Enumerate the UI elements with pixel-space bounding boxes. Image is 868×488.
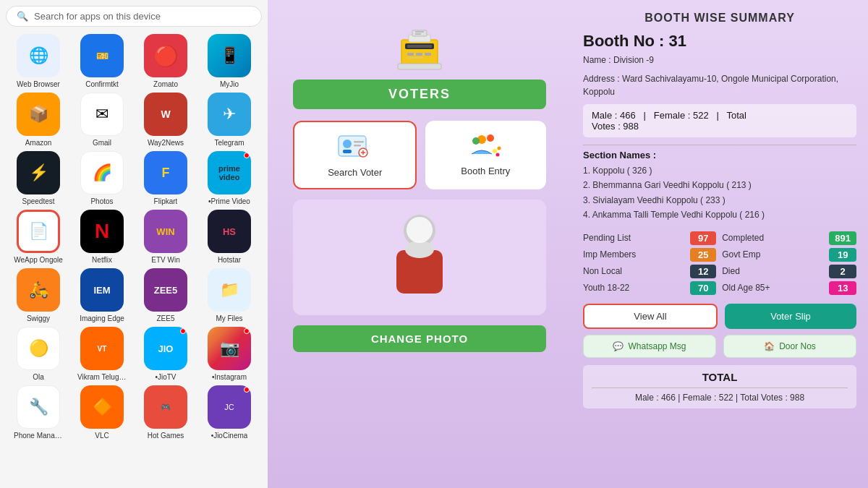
- total-stats: Male : 466 | Female : 522 | Total Votes …: [592, 393, 848, 403]
- whatsapp-button[interactable]: 💬 Whatsapp Msg: [583, 335, 716, 358]
- app-icon-myjio: 📱: [208, 34, 251, 77]
- door-nos-button[interactable]: 🏠 Door Nos: [723, 335, 856, 358]
- left-panel: 🔍 Search for apps on this device 🌐Web Br…: [0, 0, 268, 488]
- app-icon-swiggy: 🛵: [17, 268, 60, 312]
- app-item-telegram[interactable]: ✈Telegram: [200, 93, 259, 147]
- app-item-swiggy[interactable]: 🛵Swiggy: [9, 268, 68, 322]
- app-item-photos[interactable]: 🌈Photos: [72, 151, 132, 205]
- app-label-speedtest: Speedtest: [22, 197, 54, 205]
- app-label-photos: Photos: [90, 197, 113, 205]
- svg-rect-6: [416, 53, 422, 56]
- app-item-zomato[interactable]: 🔴Zomato: [136, 34, 195, 88]
- app-item-confirmtkt[interactable]: 🎫Confirmtkt: [72, 34, 132, 88]
- app-label-jiotv: •JioTV: [155, 373, 176, 381]
- stat-badge: 13: [829, 281, 856, 295]
- app-item-vlc[interactable]: 🔶VLC: [72, 385, 132, 440]
- app-icon-netflix: N: [80, 210, 124, 253]
- app-item-web-browser[interactable]: 🌐Web Browser: [9, 34, 68, 88]
- stat-label: Non Local: [583, 266, 684, 276]
- app-grid: 🌐Web Browser🎫Confirmtkt🔴Zomato📱MyJio📦Ama…: [6, 34, 262, 440]
- stats-grid: Pending List97Completed891Imp Members25G…: [583, 231, 856, 295]
- app-item-etv-win[interactable]: WINETV Win: [136, 210, 195, 264]
- whatsapp-icon: 💬: [613, 341, 624, 351]
- search-voter-label: Search Voter: [328, 167, 382, 178]
- stat-badge: 97: [690, 231, 716, 245]
- app-item-way2news[interactable]: WWay2News: [136, 93, 195, 147]
- voters-button[interactable]: VOTERS: [293, 80, 545, 109]
- stat-label: Imp Members: [583, 249, 684, 260]
- stat-badge: 19: [829, 248, 856, 262]
- badge-jiotv: [180, 328, 186, 334]
- booth-name: Name : Division -9: [583, 53, 856, 67]
- app-item-zee5[interactable]: ZEE5ZEE5: [136, 268, 195, 322]
- svg-rect-15: [343, 150, 352, 153]
- app-label-gmail: Gmail: [93, 139, 111, 147]
- stat-label: Govt Emp: [722, 249, 823, 260]
- app-icon-vikram-telugu: VT: [80, 327, 124, 370]
- app-icon-gmail: ✉: [80, 93, 124, 136]
- stat-badge: 70: [690, 281, 716, 295]
- app-item-weapp[interactable]: 📄WeApp Ongole: [9, 210, 68, 264]
- app-item-netflix[interactable]: NNetflix: [72, 210, 132, 264]
- app-label-amazon: Amazon: [25, 139, 52, 147]
- app-label-swiggy: Swiggy: [27, 314, 50, 322]
- divider: [583, 145, 856, 145]
- app-item-imaging-edge[interactable]: IEMImaging Edge: [72, 268, 132, 322]
- app-label-instagram: •Instagram: [212, 373, 247, 381]
- booth-entry-icon: [467, 131, 503, 160]
- svg-rect-16: [354, 141, 364, 143]
- app-item-phone-manager[interactable]: 🔧Phone Manager: [9, 385, 68, 440]
- app-item-jiotv[interactable]: JIO•JioTV: [136, 327, 195, 381]
- stat-badge: 2: [829, 265, 856, 278]
- app-label-myjio: MyJio: [220, 80, 239, 88]
- svg-point-29: [405, 241, 434, 258]
- change-photo-button[interactable]: CHANGE PHOTO: [293, 325, 545, 352]
- stat-badge: 891: [829, 231, 856, 245]
- app-icon-imaging-edge: IEM: [80, 268, 124, 312]
- app-icon-zomato: 🔴: [144, 34, 187, 77]
- stat-label: Completed: [722, 233, 823, 243]
- home-icon: 🏠: [764, 341, 775, 351]
- app-label-vikram-telugu: Vikram Telugu C...: [77, 373, 127, 381]
- app-label-flipkart: Flipkart: [154, 197, 178, 205]
- booth-entry-card[interactable]: Booth Entry: [425, 121, 546, 189]
- app-item-vikram-telugu[interactable]: VTVikram Telugu C...: [72, 327, 132, 381]
- search-voter-card[interactable]: Search Voter: [293, 121, 417, 189]
- app-item-myjio[interactable]: 📱MyJio: [200, 34, 259, 88]
- msg-buttons: 💬 Whatsapp Msg 🏠 Door Nos: [583, 335, 856, 358]
- app-label-zee5: ZEE5: [156, 314, 174, 322]
- app-item-hot-games[interactable]: 🎮Hot Games: [136, 385, 195, 440]
- booth-entry-label: Booth Entry: [461, 166, 510, 176]
- app-icon-speedtest: ⚡: [17, 151, 60, 194]
- voting-machine-icon: [383, 14, 456, 72]
- view-all-button[interactable]: View All: [583, 304, 718, 329]
- app-item-gmail[interactable]: ✉Gmail: [72, 93, 132, 147]
- app-label-ola: Ola: [33, 373, 44, 381]
- svg-rect-17: [354, 145, 361, 147]
- svg-point-22: [487, 134, 494, 142]
- svg-point-14: [343, 140, 352, 148]
- app-label-hotstar: Hotstar: [218, 256, 241, 264]
- svg-point-30: [407, 217, 433, 243]
- app-item-hotstar[interactable]: HSHotstar: [200, 210, 259, 264]
- section-item: 2. Bhemmanna Gari Veedhi Koppolu ( 213 ): [583, 178, 856, 192]
- stat-label: Pending List: [583, 233, 684, 243]
- stat-badge: 12: [690, 265, 716, 278]
- app-item-speedtest[interactable]: ⚡Speedtest: [9, 151, 68, 205]
- search-placeholder: Search for apps on this device: [34, 11, 161, 22]
- app-item-flipkart[interactable]: FFlipkart: [136, 151, 195, 205]
- app-item-my-files[interactable]: 📁My Files: [200, 268, 259, 322]
- badge-jio-cinema: [244, 387, 250, 393]
- app-icon-phone-manager: 🔧: [17, 385, 60, 429]
- app-item-instagram[interactable]: 📷•Instagram: [200, 327, 259, 381]
- app-item-prime-video[interactable]: prime video•Prime Video: [200, 151, 259, 205]
- voter-photo-area: [293, 200, 545, 315]
- app-item-amazon[interactable]: 📦Amazon: [9, 93, 68, 147]
- app-item-jio-cinema[interactable]: JC•JioCinema: [200, 385, 259, 440]
- search-bar[interactable]: 🔍 Search for apps on this device: [6, 6, 262, 27]
- section-title: Section Names :: [583, 150, 856, 160]
- app-icon-photos: 🌈: [80, 151, 124, 194]
- voter-slip-button[interactable]: Voter Slip: [725, 304, 856, 329]
- total-title: TOTAL: [592, 371, 848, 383]
- app-item-ola[interactable]: 🟡Ola: [9, 327, 68, 381]
